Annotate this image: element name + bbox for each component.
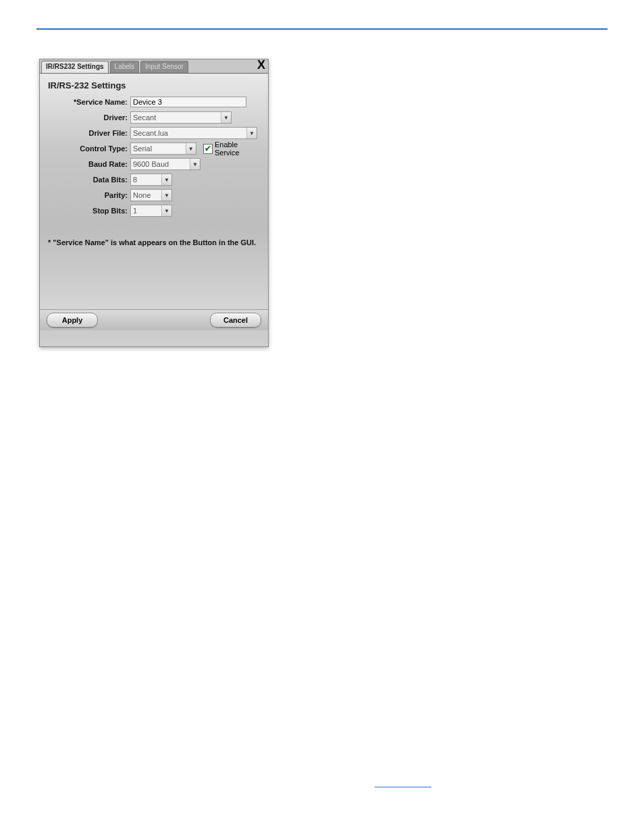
- label-driver: Driver:: [40, 113, 130, 122]
- row-baud-rate: Baud Rate: 9600 Baud ▼: [40, 157, 261, 171]
- service-name-input[interactable]: [130, 97, 246, 107]
- baud-rate-select[interactable]: 9600 Baud ▼: [130, 158, 200, 170]
- driver-file-select[interactable]: Secant.lua ▼: [130, 127, 257, 139]
- parity-value: None: [133, 191, 151, 199]
- chevron-down-icon: ▼: [161, 205, 171, 216]
- row-parity: Parity: None ▼: [40, 188, 261, 202]
- row-driver: Driver: Secant ▼: [40, 111, 261, 124]
- chevron-down-icon: ▼: [161, 174, 171, 185]
- driver-value: Secant: [133, 113, 156, 122]
- chevron-down-icon: ▼: [190, 159, 200, 170]
- chevron-down-icon: ▼: [221, 112, 231, 123]
- baud-rate-value: 9600 Baud: [133, 160, 169, 168]
- control-type-select[interactable]: Serial ▼: [130, 142, 196, 155]
- cancel-button[interactable]: Cancel: [210, 313, 261, 328]
- driver-file-value: Secant.lua: [133, 129, 168, 137]
- enable-service-checkbox[interactable]: ✔: [203, 144, 213, 154]
- button-bar: Apply Cancel: [40, 309, 268, 330]
- row-stop-bits: Stop Bits: 1 ▼: [40, 204, 261, 217]
- data-bits-value: 8: [133, 176, 137, 184]
- label-control-type: Control Type:: [40, 145, 130, 153]
- settings-panel: IR/RS-232 Settings *Service Name: Driver…: [40, 73, 268, 330]
- data-bits-select[interactable]: 8 ▼: [130, 174, 172, 186]
- label-stop-bits: Stop Bits:: [40, 207, 130, 215]
- footnote: * "Service Name" is what appears on the …: [48, 238, 256, 246]
- control-type-value: Serial: [133, 145, 152, 153]
- chevron-down-icon: ▼: [246, 128, 257, 138]
- tab-bar: IR/RS232 Settings Labels Input Sensor: [40, 59, 268, 73]
- label-driver-file: Driver File:: [40, 129, 130, 137]
- row-service-name: *Service Name:: [40, 95, 261, 109]
- apply-button[interactable]: Apply: [47, 313, 98, 328]
- chevron-down-icon: ▼: [161, 190, 171, 201]
- driver-select[interactable]: Secant ▼: [130, 111, 232, 124]
- tab-ir-rs232[interactable]: IR/RS232 Settings: [41, 61, 109, 73]
- settings-dialog: X IR/RS232 Settings Labels Input Sensor …: [39, 59, 269, 347]
- chevron-down-icon: ▼: [186, 143, 196, 154]
- close-button[interactable]: X: [257, 58, 265, 72]
- enable-service-wrap: ✔ Enable Service: [203, 140, 261, 157]
- label-service-name: *Service Name:: [40, 98, 130, 106]
- enable-service-label: Enable Service: [215, 140, 261, 157]
- stop-bits-select[interactable]: 1 ▼: [130, 205, 172, 217]
- tab-labels[interactable]: Labels: [110, 61, 139, 73]
- label-data-bits: Data Bits:: [40, 176, 130, 184]
- stop-bits-value: 1: [133, 207, 137, 215]
- row-driver-file: Driver File: Secant.lua ▼: [40, 126, 261, 140]
- tab-input-sensor[interactable]: Input Sensor: [140, 61, 188, 73]
- header-rule: [36, 28, 608, 30]
- panel-title: IR/RS-232 Settings: [40, 74, 268, 93]
- row-data-bits: Data Bits: 8 ▼: [40, 173, 261, 186]
- row-control-type: Control Type: Serial ▼ ✔ Enable Service: [40, 142, 261, 155]
- label-parity: Parity:: [40, 191, 130, 199]
- label-baud-rate: Baud Rate:: [40, 160, 130, 168]
- footer-link-rule: [375, 787, 431, 787]
- parity-select[interactable]: None ▼: [130, 189, 172, 201]
